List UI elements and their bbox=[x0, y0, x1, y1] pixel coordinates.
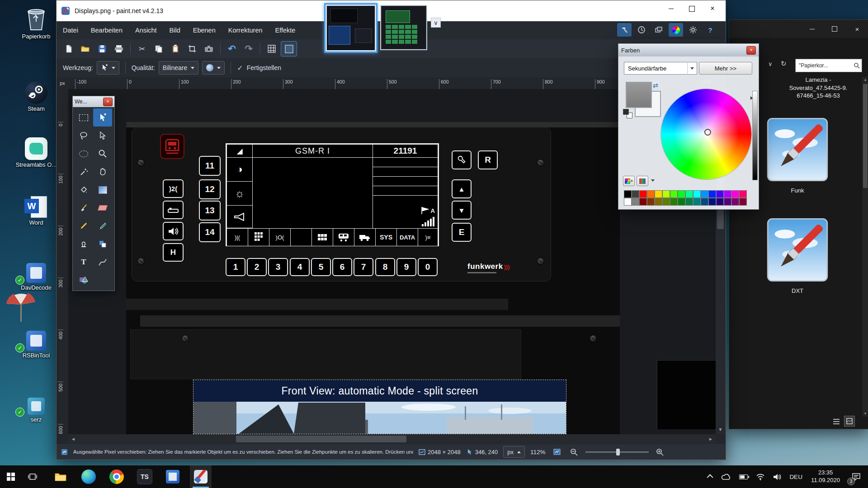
copy-button[interactable] bbox=[151, 42, 166, 56]
tool-ellipse-select[interactable] bbox=[74, 145, 93, 163]
palette-swatch[interactable] bbox=[647, 198, 655, 206]
selection-region[interactable]: Front View: automatic Mode - split scree… bbox=[193, 380, 566, 434]
palette-swatch[interactable] bbox=[708, 198, 716, 206]
menu-bearbeiten[interactable]: Bearbeiten bbox=[85, 21, 129, 39]
file-item-funk[interactable]: Funk bbox=[759, 115, 836, 194]
tool-zoom[interactable] bbox=[93, 145, 112, 163]
palette-swatch[interactable] bbox=[655, 190, 662, 198]
desktop-icon-rsbintool[interactable]: ✓ RSBinTool bbox=[9, 324, 63, 359]
hidden-icons-chevron[interactable] bbox=[704, 465, 717, 488]
desktop-icon-word[interactable]: W Word bbox=[9, 192, 63, 226]
unit-dropdown[interactable]: px bbox=[503, 446, 525, 458]
palette-swatch[interactable] bbox=[716, 190, 724, 198]
undo-button[interactable]: ↶ bbox=[224, 42, 240, 56]
task-view-button[interactable] bbox=[22, 465, 43, 488]
desktop-icon-recycle-bin[interactable]: Papierkorb bbox=[9, 5, 63, 40]
taskbar-file-explorer[interactable] bbox=[50, 465, 71, 488]
palette-swatch[interactable] bbox=[624, 198, 632, 206]
taskbar-blue-app[interactable] bbox=[162, 465, 184, 488]
print-button[interactable] bbox=[111, 42, 127, 56]
cut-button[interactable]: ✂ bbox=[134, 42, 150, 56]
palette-swatch[interactable] bbox=[685, 198, 693, 206]
palette-swatch[interactable] bbox=[632, 198, 639, 206]
zoom-fit-button[interactable] bbox=[551, 446, 563, 457]
taskbar-clock[interactable]: 23:35 11.09.2020 bbox=[807, 469, 844, 484]
swap-colors-icon[interactable]: ⇄ bbox=[653, 82, 658, 89]
tool-paint-bucket[interactable] bbox=[74, 181, 93, 199]
network-icon[interactable] bbox=[752, 465, 769, 488]
color-target-select[interactable]: Sekundärfarbe bbox=[624, 62, 697, 75]
tool-pan[interactable] bbox=[93, 163, 112, 181]
view-thumbnails-icon[interactable] bbox=[844, 416, 855, 427]
palette-swatch[interactable] bbox=[739, 198, 747, 206]
current-tool-dropdown[interactable] bbox=[97, 61, 119, 75]
tool-clone-stamp[interactable] bbox=[74, 235, 93, 253]
zoom-out-button[interactable] bbox=[568, 446, 580, 457]
minimize-button[interactable] bbox=[660, 0, 681, 17]
history-panel-button[interactable] bbox=[634, 23, 649, 37]
menu-effekte[interactable]: Effekte bbox=[269, 21, 302, 39]
tool-move-selected-pixels[interactable] bbox=[93, 108, 112, 127]
explorer-titlebar[interactable]: × bbox=[729, 20, 868, 38]
palette-swatch[interactable] bbox=[662, 190, 670, 198]
maximize-button[interactable] bbox=[681, 0, 702, 17]
redo-button[interactable]: ↷ bbox=[241, 42, 256, 56]
zoom-slider[interactable] bbox=[585, 448, 649, 456]
palette-swatch[interactable] bbox=[724, 198, 731, 206]
tool-shapes[interactable] bbox=[74, 271, 93, 289]
menu-ansicht[interactable]: Ansicht bbox=[129, 21, 163, 39]
zoom-slider-thumb[interactable] bbox=[616, 449, 620, 455]
sampling-dropdown[interactable] bbox=[202, 61, 225, 75]
file-item-lamezia[interactable]: Lamezia - Soverato_47.54425-9. 67466_15-… bbox=[780, 76, 857, 100]
palette-swatch[interactable] bbox=[731, 198, 739, 206]
palette-swatch[interactable] bbox=[632, 190, 639, 198]
palette-swatch[interactable] bbox=[678, 190, 685, 198]
crop-button[interactable] bbox=[184, 42, 200, 56]
taskbar-chrome[interactable] bbox=[106, 465, 127, 488]
tool-color-picker[interactable] bbox=[93, 217, 112, 235]
view-list-icon[interactable] bbox=[832, 418, 840, 425]
palette-swatch[interactable] bbox=[724, 190, 731, 198]
paste-button[interactable] bbox=[168, 42, 183, 56]
menu-datei[interactable]: Datei bbox=[57, 21, 85, 39]
secondary-color-swatch[interactable] bbox=[626, 82, 652, 108]
screenshot-button[interactable] bbox=[201, 42, 217, 56]
tool-rectangle-select[interactable] bbox=[74, 108, 93, 127]
palette-swatch[interactable] bbox=[624, 190, 632, 198]
scrollbar-thumb[interactable] bbox=[863, 84, 868, 188]
palette-swatch[interactable] bbox=[716, 198, 724, 206]
onedrive-icon[interactable] bbox=[717, 465, 735, 488]
tool-eraser[interactable] bbox=[93, 199, 112, 217]
quality-dropdown[interactable]: Bilineare bbox=[159, 61, 198, 75]
desktop-icon-streamlabs[interactable]: Streamlabs O... bbox=[9, 134, 63, 169]
tool-pencil[interactable] bbox=[74, 217, 93, 235]
add-color-button[interactable]: + bbox=[623, 176, 635, 186]
tool-paintbrush[interactable] bbox=[74, 199, 93, 217]
palette-swatch[interactable] bbox=[639, 198, 647, 206]
refresh-icon[interactable]: ↻ bbox=[781, 60, 787, 68]
volume-icon[interactable] bbox=[769, 465, 785, 488]
language-indicator[interactable]: DEU bbox=[785, 465, 807, 488]
battery-icon[interactable] bbox=[735, 465, 752, 488]
layers-panel-button[interactable] bbox=[651, 23, 666, 37]
image-tab-displays[interactable] bbox=[324, 3, 377, 53]
palette-swatch[interactable] bbox=[670, 190, 678, 198]
tools-panel-button[interactable] bbox=[617, 23, 632, 37]
grid-toggle-button[interactable] bbox=[264, 42, 279, 56]
palette-swatch[interactable] bbox=[670, 198, 678, 206]
tools-window-close-button[interactable]: × bbox=[103, 98, 113, 106]
tools-window-titlebar[interactable]: We... × bbox=[73, 96, 114, 107]
file-item-dxt[interactable]: DXT bbox=[759, 215, 836, 294]
explorer-close-button[interactable]: × bbox=[846, 20, 868, 38]
palette-swatch[interactable] bbox=[693, 198, 701, 206]
tool-magic-wand[interactable] bbox=[74, 163, 93, 181]
save-button[interactable] bbox=[94, 42, 110, 56]
palette-swatch[interactable] bbox=[685, 190, 693, 198]
image-list-chevron-icon[interactable]: ∨ bbox=[431, 18, 441, 28]
desktop-icon-steam[interactable]: Steam bbox=[9, 78, 63, 113]
reset-colors-icon[interactable] bbox=[623, 109, 632, 118]
tool-lasso-select[interactable] bbox=[74, 127, 93, 145]
explorer-maximize-button[interactable] bbox=[823, 20, 846, 38]
action-center-button[interactable]: 3 bbox=[844, 465, 868, 488]
tool-gradient[interactable] bbox=[93, 181, 112, 199]
